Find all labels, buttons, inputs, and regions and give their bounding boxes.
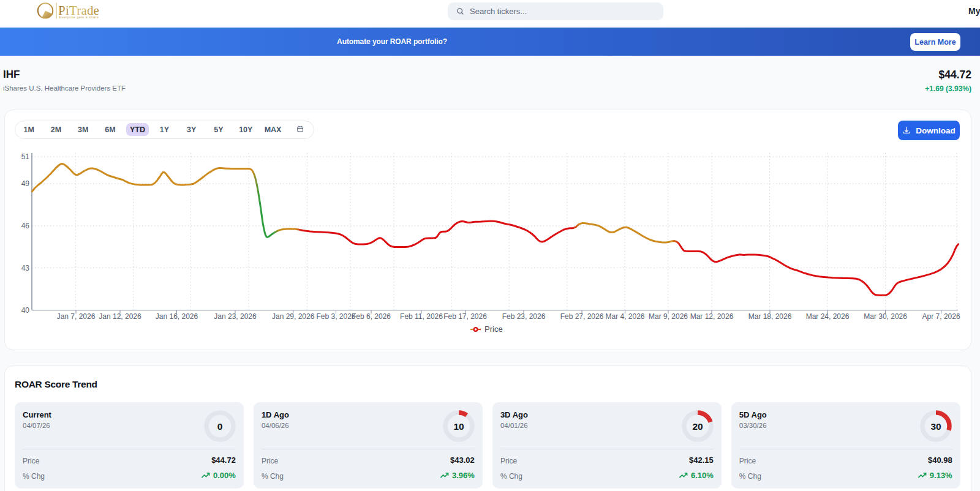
- svg-text:Everyone gets a share: Everyone gets a share: [59, 15, 99, 19]
- svg-text:Apr 7, 2026: Apr 7, 2026: [922, 312, 960, 321]
- svg-text:Mar 18, 2026: Mar 18, 2026: [748, 312, 792, 321]
- svg-text:Mar 4, 2026: Mar 4, 2026: [605, 312, 644, 321]
- svg-text:30: 30: [931, 421, 941, 432]
- svg-text:20: 20: [692, 421, 703, 432]
- svg-text:Mar 12, 2026: Mar 12, 2026: [690, 312, 734, 321]
- svg-text:43: 43: [21, 264, 30, 272]
- svg-text:Feb 17, 2026: Feb 17, 2026: [443, 312, 487, 321]
- svg-text:10: 10: [453, 421, 464, 432]
- svg-text:Feb 23, 2026: Feb 23, 2026: [502, 312, 546, 321]
- svg-text:Feb 6, 2026: Feb 6, 2026: [352, 312, 391, 321]
- svg-text:51: 51: [21, 152, 30, 161]
- svg-text:Jan 29, 2026: Jan 29, 2026: [272, 312, 315, 321]
- svg-text:Jan 23, 2026: Jan 23, 2026: [214, 312, 257, 321]
- svg-text:Mar 9, 2026: Mar 9, 2026: [649, 312, 688, 321]
- svg-text:Mar 30, 2026: Mar 30, 2026: [864, 312, 907, 321]
- svg-text:46: 46: [21, 222, 30, 230]
- svg-text:Jan 12, 2026: Jan 12, 2026: [99, 312, 141, 321]
- svg-text:40: 40: [21, 306, 30, 315]
- svg-text:Feb 3, 2026: Feb 3, 2026: [316, 312, 355, 321]
- svg-text:Feb 11, 2026: Feb 11, 2026: [400, 312, 443, 321]
- svg-text:49: 49: [21, 179, 30, 188]
- svg-text:Jan 16, 2026: Jan 16, 2026: [156, 312, 198, 321]
- svg-text:Mar 24, 2026: Mar 24, 2026: [806, 312, 850, 321]
- svg-text:0: 0: [217, 421, 222, 432]
- svg-text:Jan 7, 2026: Jan 7, 2026: [57, 312, 96, 321]
- svg-text:Feb 27, 2026: Feb 27, 2026: [560, 312, 604, 321]
